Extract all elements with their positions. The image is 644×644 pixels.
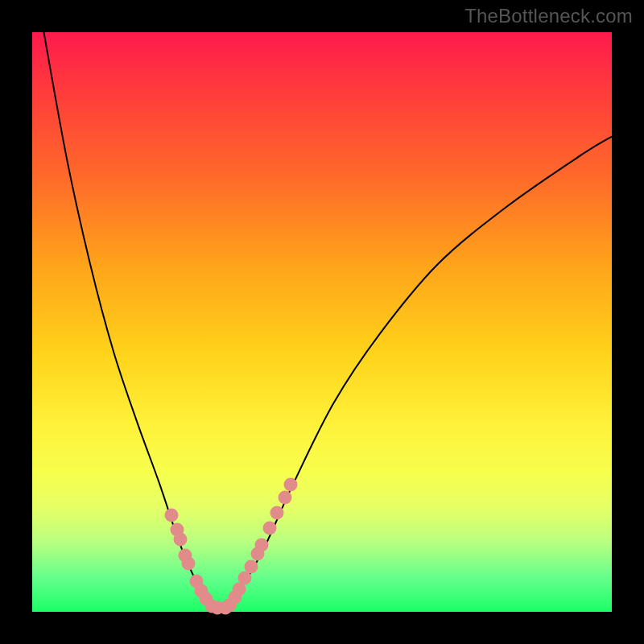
chart-frame: TheBottleneck.com — [0, 0, 644, 644]
data-marker — [238, 572, 252, 585]
data-marker — [164, 508, 178, 522]
data-marker — [255, 539, 269, 552]
plot-area — [32, 32, 612, 612]
curve-left-branch — [43, 32, 217, 609]
data-marker — [263, 522, 277, 535]
data-marker — [182, 557, 196, 571]
data-marker — [278, 491, 291, 505]
curve-svg — [32, 32, 612, 612]
data-marker — [173, 533, 187, 547]
curve-right-branch — [217, 137, 612, 609]
data-marker — [245, 559, 258, 573]
watermark-text: TheBottleneck.com — [464, 5, 633, 27]
data-marker — [284, 478, 298, 492]
data-marker — [270, 506, 283, 519]
